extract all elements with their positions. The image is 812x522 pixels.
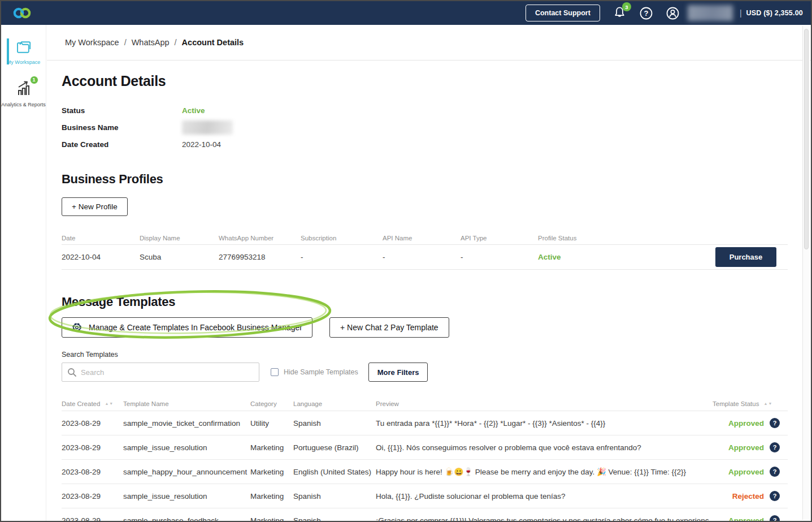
template-date: 2023-08-29	[62, 516, 123, 521]
template-status: Approved	[728, 419, 764, 428]
column-header-language: Language	[293, 400, 376, 407]
template-row[interactable]: 2023-08-29 sample_purchase_feedback Mark…	[62, 508, 788, 521]
column-header: WhatsApp Number	[219, 235, 301, 241]
hide-sample-templates-toggle[interactable]: Hide Sample Templates	[271, 368, 358, 376]
status-label: Status	[62, 106, 182, 115]
business-name-label: Business Name	[62, 123, 182, 132]
status-field: Status Active	[62, 102, 788, 119]
profile-whatsapp-number: 27769953218	[219, 253, 301, 261]
template-date: 2023-08-29	[62, 443, 123, 452]
notifications-bell-icon[interactable]: 3	[613, 6, 627, 20]
header-divider: |	[740, 8, 742, 18]
date-created-field: Date Created 2022-10-04	[62, 136, 788, 153]
sort-arrows-icon[interactable]: ▲▼	[105, 402, 114, 405]
analytics-chart-icon: 1	[15, 80, 32, 99]
template-row[interactable]: 2023-08-29 sample_happy_hour_announcemen…	[62, 460, 788, 484]
template-status: Approved	[728, 443, 764, 452]
template-status: Approved	[728, 468, 764, 476]
vertical-scrollbar[interactable]	[802, 26, 810, 520]
new-profile-button[interactable]: + New Profile	[62, 197, 128, 216]
business-name-field: Business Name	[62, 119, 788, 136]
template-category: Utility	[250, 419, 293, 428]
profile-subscription: -	[301, 253, 383, 261]
template-language: English (United States)	[293, 468, 376, 476]
search-input[interactable]	[81, 368, 259, 377]
message-templates-title: Message Templates	[62, 295, 788, 309]
column-header: Date	[62, 235, 140, 241]
svg-text:?: ?	[644, 9, 648, 18]
analytics-badge: 1	[30, 76, 38, 84]
top-navigation-bar: Contact Support 3 ?	[1, 1, 811, 25]
templates-table-header: Date Created ▲▼ Template Name Category L…	[62, 396, 788, 411]
column-header: Display Name	[140, 235, 219, 241]
business-profiles-title: Business Profiles	[62, 172, 788, 187]
hide-sample-label: Hide Sample Templates	[284, 368, 358, 376]
template-name: sample_issue_resolution	[123, 492, 250, 501]
date-created-label: Date Created	[62, 140, 182, 149]
account-profile-icon[interactable]	[666, 6, 680, 20]
template-status: Rejected	[732, 492, 764, 501]
redacted-username	[688, 5, 733, 21]
column-header: Profile Status	[538, 235, 714, 241]
redacted-business-name	[182, 120, 233, 135]
help-icon[interactable]: ?	[639, 6, 653, 20]
date-created-value: 2022-10-04	[182, 140, 221, 149]
breadcrumb-account-details: Account Details	[182, 38, 244, 47]
column-header-template-status[interactable]: Template Status	[713, 400, 759, 407]
status-help-icon[interactable]: ?	[770, 467, 780, 477]
business-profile-row: 2022-10-04 Scuba 27769953218 - - - Activ…	[62, 245, 788, 270]
manage-create-templates-button[interactable]: Manage & Create Templates In Facebook Bu…	[62, 317, 312, 338]
breadcrumb-separator: /	[124, 38, 127, 47]
column-header-preview: Preview	[376, 400, 709, 407]
status-help-icon[interactable]: ?	[770, 442, 780, 452]
business-profiles-table-header: Date Display Name WhatsApp Number Subscr…	[62, 231, 788, 245]
template-row[interactable]: 2023-08-29 sample_issue_resolution Marke…	[62, 484, 788, 508]
template-preview: Happy hour is here! 🍺😀🍷 Please be merry …	[376, 467, 709, 476]
template-date: 2023-08-29	[62, 468, 123, 476]
breadcrumb-whatsapp[interactable]: WhatsApp	[132, 38, 170, 47]
scrollbar-thumb[interactable]	[804, 29, 809, 249]
folder-icon	[15, 40, 32, 57]
template-category: Marketing	[250, 516, 293, 521]
template-row[interactable]: 2023-08-29 sample_issue_resolution Marke…	[62, 435, 788, 460]
column-header-date-created[interactable]: Date Created	[62, 400, 100, 407]
template-date: 2023-08-29	[62, 419, 123, 428]
status-value: Active	[182, 106, 205, 115]
template-category: Marketing	[250, 468, 293, 476]
status-help-icon[interactable]: ?	[770, 491, 780, 501]
template-language: Spanish	[293, 492, 376, 501]
sidebar-item-label: Analytics & Reports	[1, 102, 46, 109]
breadcrumb: My Workspace / WhatsApp / Account Detail…	[47, 25, 811, 61]
manage-create-templates-label: Manage & Create Templates In Facebook Bu…	[89, 323, 302, 332]
column-header: API Type	[461, 235, 538, 241]
template-name: sample_purchase_feedback	[123, 516, 250, 521]
status-help-icon[interactable]: ?	[770, 418, 780, 428]
left-sidebar: My Workspace 1 Analytics & Reports	[1, 25, 46, 521]
profile-date: 2022-10-04	[62, 253, 140, 261]
template-name: sample_movie_ticket_confirmation	[123, 419, 250, 428]
template-language: Portuguese (Brazil)	[293, 443, 376, 452]
template-category: Marketing	[250, 443, 293, 452]
more-filters-button[interactable]: More Filters	[368, 363, 428, 382]
brand-logo-icon[interactable]	[11, 6, 33, 20]
sidebar-item-label: My Workspace	[7, 59, 40, 66]
column-header-category: Category	[250, 400, 293, 407]
new-chat2pay-template-button[interactable]: + New Chat 2 Pay Template	[329, 317, 449, 338]
profile-api-name: -	[383, 253, 461, 261]
sort-arrows-icon[interactable]: ▲▼	[763, 402, 772, 405]
column-header-template-name: Template Name	[123, 400, 250, 407]
template-preview: Tu entrada para *{{1}}* *Hora* - {{2}} *…	[376, 419, 709, 428]
whatsapp-account-details-page: Contact Support 3 ?	[0, 0, 812, 522]
purchase-button[interactable]: Purchase	[715, 247, 776, 267]
profile-status: Active	[538, 253, 714, 261]
template-row[interactable]: 2023-08-29 sample_movie_ticket_confirmat…	[62, 411, 788, 435]
column-header: Subscription	[301, 235, 383, 241]
sidebar-item-analytics-reports[interactable]: 1 Analytics & Reports	[1, 80, 46, 109]
template-name: sample_issue_resolution	[123, 443, 250, 452]
breadcrumb-separator: /	[175, 38, 177, 47]
hide-sample-checkbox[interactable]	[271, 368, 279, 376]
template-language: Spanish	[293, 419, 376, 428]
status-help-icon[interactable]: ?	[770, 515, 780, 521]
breadcrumb-my-workspace[interactable]: My Workspace	[65, 38, 119, 47]
contact-support-button[interactable]: Contact Support	[526, 5, 600, 21]
